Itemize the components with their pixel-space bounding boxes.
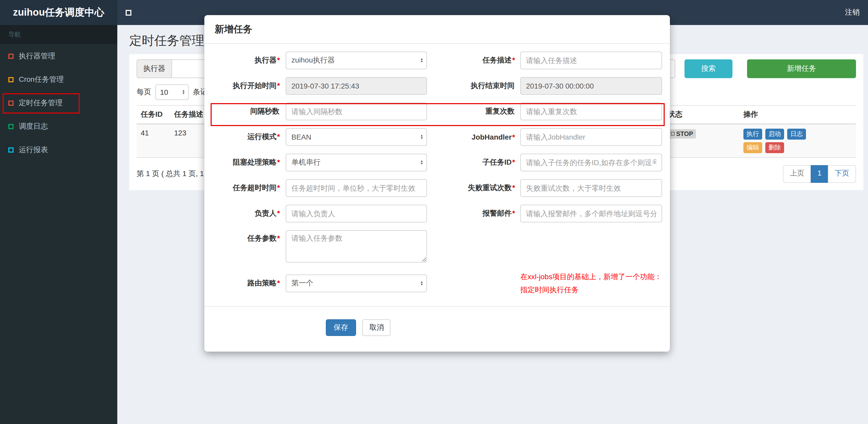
next-page-button[interactable]: 下页 [828, 165, 856, 183]
status-badge: STOP [668, 129, 696, 138]
end-time-label: 执行结束时间 [427, 81, 515, 91]
select-arrows-icon: ▲▼ [420, 134, 423, 140]
start-button[interactable]: 启动 [765, 129, 784, 140]
sidebar-item-dispatch-log[interactable]: 调度日志 [0, 115, 117, 138]
run-button[interactable]: 执行 [743, 129, 762, 140]
save-button[interactable]: 保存 [326, 319, 356, 336]
executor-filter-addon: 执行器 [136, 59, 172, 78]
col-header-job-id: 任务ID [136, 105, 170, 124]
child-job-id-input[interactable] [520, 154, 662, 171]
owner-input[interactable] [286, 205, 427, 222]
edit-button[interactable]: 编辑 [743, 142, 762, 153]
sidebar-item-run-report[interactable]: 运行报表 [0, 138, 117, 161]
add-task-button[interactable]: 新增任务 [747, 59, 856, 78]
alarm-email-input[interactable] [520, 205, 662, 222]
per-page-prefix: 每页 [136, 88, 151, 97]
modal-header: 新增任务 [204, 15, 670, 44]
end-time-input[interactable] [520, 77, 662, 95]
sidebar-item-label: 定时任务管理 [19, 98, 63, 107]
start-time-label: 执行开始时间* [215, 81, 280, 91]
interval-seconds-input[interactable] [286, 103, 427, 120]
select-arrows-icon: ▲▼ [420, 160, 423, 165]
run-mode-select[interactable]: BEAN ▲▼ [286, 128, 427, 146]
pagination-summary: 第 1 页 ( 总共 1 页, 1 [136, 169, 204, 179]
feature-note-text: 在xxl-jobs项目的基础上，新增了一个功能：指定时间执行任务 [520, 270, 662, 296]
owner-label: 负责人* [215, 209, 280, 218]
logout-link[interactable]: 注销 [845, 8, 860, 17]
job-param-label: 任务参数* [215, 234, 280, 243]
sidebar: 导航 执行器管理 Cron任务管理 定时任务管理 调度日志 运行报表 [0, 25, 117, 424]
sidebar-item-cron-task-manage[interactable]: Cron任务管理 [0, 68, 117, 91]
sidebar-item-label: Cron任务管理 [19, 75, 64, 84]
repeat-count-label: 重复次数 [427, 107, 515, 116]
square-icon [8, 100, 13, 105]
job-param-textarea[interactable] [286, 230, 427, 263]
fail-retry-label: 失败重试次数* [427, 183, 515, 193]
cancel-button[interactable]: 取消 [363, 319, 391, 336]
delete-button[interactable]: 删除 [765, 142, 784, 153]
job-desc-input[interactable] [520, 52, 662, 69]
fail-retry-input[interactable] [520, 179, 662, 197]
prev-page-button[interactable]: 上页 [783, 165, 811, 183]
job-handler-label: JobHandler* [427, 133, 515, 141]
sidebar-item-executor-manage[interactable]: 执行器管理 [0, 44, 117, 68]
modal-title: 新增任务 [215, 24, 252, 34]
cell-operations: 执行 启动 日志 编辑 删除 [739, 124, 856, 158]
executor-label: 执行器* [215, 56, 280, 65]
timeout-label: 任务超时时间* [215, 183, 280, 193]
select-arrows-icon: ▲▼ [420, 281, 423, 286]
brand-title: zuihou任务调度中心 [0, 0, 117, 25]
select-arrows-icon: ▲▼ [420, 58, 423, 63]
per-page-select[interactable]: 10 ▲▼ [155, 85, 189, 100]
route-strategy-select[interactable]: 第一个 ▲▼ [286, 274, 427, 292]
repeat-count-input[interactable] [520, 103, 662, 120]
pager: 上页 1 下页 [783, 165, 856, 183]
select-arrows-icon: ▲▼ [182, 90, 185, 95]
job-handler-input[interactable] [520, 128, 662, 146]
sidebar-item-label: 调度日志 [19, 122, 48, 131]
log-button[interactable]: 日志 [787, 129, 806, 140]
page-1-button[interactable]: 1 [811, 165, 828, 183]
col-header-status: 状态 [664, 105, 739, 124]
alarm-email-label: 报警邮件* [427, 209, 515, 218]
square-icon [8, 147, 13, 152]
executor-select[interactable]: zuihou执行器 ▲▼ [286, 52, 427, 69]
cell-status: STOP [664, 124, 739, 158]
cell-job-id: 41 [136, 124, 170, 158]
block-strategy-select[interactable]: 单机串行 ▲▼ [286, 154, 427, 171]
sidebar-item-timed-task-manage[interactable]: 定时任务管理 [0, 91, 117, 115]
square-icon [8, 54, 13, 59]
child-job-id-label: 子任务ID* [427, 158, 515, 167]
square-icon [8, 77, 13, 82]
sidebar-toggle-icon[interactable] [126, 10, 131, 15]
route-strategy-label: 路由策略* [215, 279, 280, 288]
interval-seconds-label: 间隔秒数 [215, 107, 280, 116]
block-strategy-label: 阻塞处理策略* [215, 158, 280, 167]
add-task-modal: 新增任务 执行器* zuihou执行器 ▲▼ 任务描述* [204, 15, 670, 352]
job-desc-label: 任务描述* [427, 56, 515, 65]
modal-footer: 保存 取消 [204, 307, 670, 352]
timeout-input[interactable] [286, 179, 427, 197]
per-page-select-value: 10 [160, 88, 168, 96]
sidebar-item-label: 执行器管理 [19, 51, 55, 61]
stop-square-icon [671, 132, 675, 135]
nav-section-header: 导航 [0, 25, 117, 44]
search-button[interactable]: 搜索 [684, 59, 733, 78]
col-header-operations: 操作 [739, 105, 856, 124]
run-mode-label: 运行模式* [215, 132, 280, 142]
start-time-input[interactable] [286, 77, 427, 95]
app-viewport: zuihou任务调度中心 注销 导航 执行器管理 Cron任务管理 定时任务管理… [0, 0, 868, 424]
modal-body: 执行器* zuihou执行器 ▲▼ 任务描述* 执行开始时间* [204, 44, 670, 296]
square-icon [8, 124, 13, 129]
sidebar-item-label: 运行报表 [19, 145, 48, 155]
